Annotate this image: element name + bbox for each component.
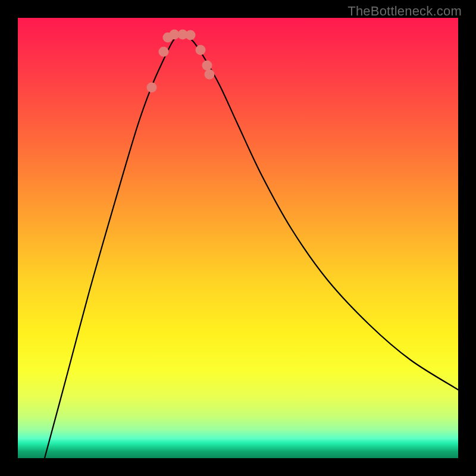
chart-frame <box>18 18 458 458</box>
marker-point <box>202 61 212 71</box>
marker-point <box>186 30 196 40</box>
source-label: TheBottleneck.com <box>347 4 462 19</box>
marker-point <box>147 83 157 93</box>
chart-plot <box>18 18 458 458</box>
bottleneck-curve <box>45 35 458 458</box>
bottleneck-markers <box>147 30 215 93</box>
marker-point <box>196 45 206 55</box>
marker-point <box>159 47 169 57</box>
marker-point <box>205 70 215 80</box>
